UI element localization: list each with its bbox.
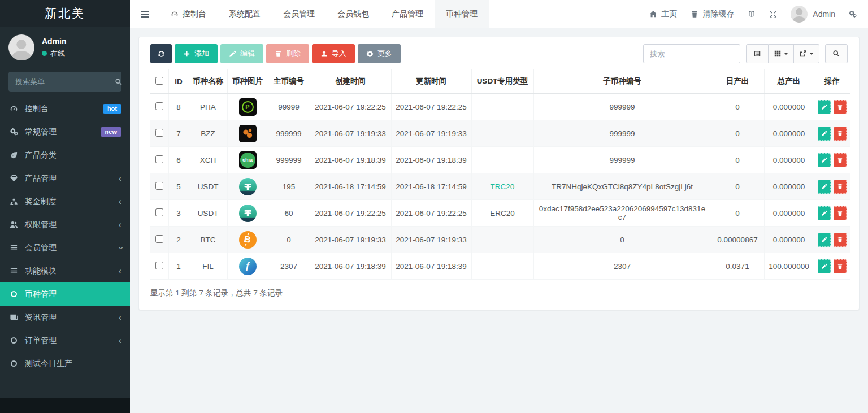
settings-button[interactable] (849, 10, 857, 18)
sidebar-item-label: 常规管理 (25, 127, 57, 137)
clear-cache-link[interactable]: 清除缓存 (691, 9, 734, 19)
cell-coin-name: USDT (189, 200, 227, 227)
column-header: 子币种编号 (533, 69, 711, 94)
row-delete-button[interactable] (834, 100, 847, 114)
columns-button[interactable] (769, 44, 794, 63)
cell-actions (814, 173, 850, 200)
row-edit-button[interactable] (818, 100, 831, 114)
delete-button[interactable]: 删除 (266, 44, 309, 63)
tab-会员钱包[interactable]: 会员钱包 (326, 0, 380, 28)
book-icon (748, 10, 756, 18)
row-delete-button[interactable] (834, 206, 847, 220)
row-edit-button[interactable] (818, 259, 831, 273)
row-edit-button[interactable] (818, 233, 831, 247)
row-delete-button[interactable] (834, 153, 847, 167)
cell-main-no: 0 (268, 227, 310, 253)
row-checkbox[interactable] (155, 235, 163, 243)
cell-sub-no: 0xdac17f958d2ee523a2206206994597c13d831e… (533, 200, 711, 227)
detail-view-button[interactable] (746, 44, 769, 63)
row-checkbox[interactable] (155, 155, 163, 163)
home-link[interactable]: 主页 (649, 9, 677, 19)
sidebar-menu: 控制台hot常规管理new产品分类产品管理‹奖金制度‹权限管理‹会员管理‹功能模… (0, 97, 130, 375)
sidebar-item-订单管理[interactable]: 订单管理‹ (0, 329, 130, 352)
select-all-checkbox[interactable] (155, 77, 163, 85)
pagination-summary: 显示第 1 到第 7 条记录，总共 7 条记录 (150, 288, 848, 298)
cell-total-output: 0.000000 (764, 94, 814, 120)
cell-usdt-type (471, 253, 533, 280)
cell-total-output: 0.000000 (764, 227, 814, 253)
cell-coin-image (227, 173, 268, 200)
sidebar-item-label: 奖金制度 (25, 197, 57, 207)
cell-actions (814, 120, 850, 147)
sidebar-item-控制台[interactable]: 控制台hot (0, 97, 130, 120)
cell-actions (814, 253, 850, 280)
sidebar-item-产品分类[interactable]: 产品分类 (0, 144, 130, 167)
table-row: 6XCHchia9999992021-06-07 19:18:392021-06… (150, 147, 850, 173)
table-row: 1FILƒ23072021-06-07 19:18:392021-06-07 1… (150, 253, 850, 280)
row-checkbox[interactable] (155, 129, 163, 137)
row-checkbox[interactable] (155, 208, 163, 216)
table-search-input[interactable] (643, 44, 740, 63)
sidebar-item-产品管理[interactable]: 产品管理‹ (0, 167, 130, 190)
row-delete-button[interactable] (834, 259, 847, 273)
search-icon (832, 50, 840, 58)
fullscreen-button[interactable] (769, 10, 777, 18)
search-submit-button[interactable] (825, 44, 848, 63)
tab-币种管理[interactable]: 币种管理 (435, 0, 489, 28)
tab-label: 控制台 (183, 9, 206, 19)
row-delete-button[interactable] (834, 127, 847, 141)
cell-daily-output: 0 (711, 200, 764, 227)
row-edit-button[interactable] (818, 206, 831, 220)
usdt-coin-logo (239, 205, 257, 222)
cell-created-time: 2021-06-18 17:14:59 (310, 173, 391, 200)
row-checkbox[interactable] (155, 102, 163, 110)
tab-产品管理[interactable]: 产品管理 (380, 0, 435, 28)
sidebar-item-常规管理[interactable]: 常规管理new (0, 120, 130, 144)
tab-会员管理[interactable]: 会员管理 (272, 0, 326, 28)
sidebar-toggle-button[interactable] (130, 0, 159, 28)
user-menu[interactable]: Admin (791, 6, 835, 23)
sidebar-item-测试今日生产[interactable]: 测试今日生产 (0, 352, 130, 375)
row-edit-button[interactable] (818, 180, 831, 194)
expand-icon (769, 10, 777, 18)
table-row: 2BTCB02021-06-07 19:19:332021-06-07 19:1… (150, 227, 850, 253)
tab-系统配置[interactable]: 系统配置 (218, 0, 272, 28)
sidebar-item-权限管理[interactable]: 权限管理‹ (0, 213, 130, 236)
clear-cache-label: 清除缓存 (702, 9, 734, 19)
column-header: 总产出 (764, 69, 814, 94)
menu-search-input[interactable] (15, 77, 115, 86)
docs-button[interactable] (748, 10, 756, 18)
row-checkbox[interactable] (155, 182, 163, 190)
add-button[interactable]: 添加 (175, 44, 218, 63)
sidebar-item-币种管理[interactable]: 币种管理 (0, 282, 130, 306)
row-edit-button[interactable] (818, 153, 831, 167)
cell-created-time: 2021-06-07 19:22:25 (310, 200, 391, 227)
sidebar-item-资讯管理[interactable]: 资讯管理‹ (0, 306, 130, 329)
sidebar-item-功能模块[interactable]: 功能模块‹ (0, 259, 130, 282)
row-checkbox-cell (150, 173, 168, 200)
edit-button[interactable]: 编辑 (220, 44, 263, 63)
row-delete-button[interactable] (834, 233, 847, 247)
header-checkbox-cell (150, 69, 168, 94)
row-edit-button[interactable] (818, 127, 831, 141)
sidebar-item-会员管理[interactable]: 会员管理‹ (0, 236, 130, 259)
chevron-left-icon: ‹ (119, 197, 121, 206)
chevron-left-icon: ‹ (119, 220, 121, 229)
navbar-right: 主页 清除缓存 Admin (649, 0, 868, 28)
import-button[interactable]: 导入 (312, 44, 355, 63)
more-button[interactable]: 更多 (358, 44, 401, 63)
refresh-icon (158, 50, 165, 58)
cell-updated-time: 2021-06-07 19:18:39 (391, 253, 471, 280)
tab-label: 会员管理 (283, 9, 315, 19)
circle-o-icon (8, 359, 19, 368)
row-checkbox[interactable] (155, 262, 163, 269)
chevron-left-icon: ‹ (119, 267, 121, 276)
cell-daily-output: 0 (711, 94, 764, 120)
export-button[interactable] (794, 44, 819, 63)
row-delete-button[interactable] (834, 180, 847, 194)
delete-label: 删除 (286, 49, 301, 59)
user-panel: Admin 在线 (0, 27, 130, 67)
tab-控制台[interactable]: 控制台 (159, 0, 218, 28)
refresh-button[interactable] (150, 44, 172, 63)
sidebar-item-奖金制度[interactable]: 奖金制度‹ (0, 190, 130, 213)
